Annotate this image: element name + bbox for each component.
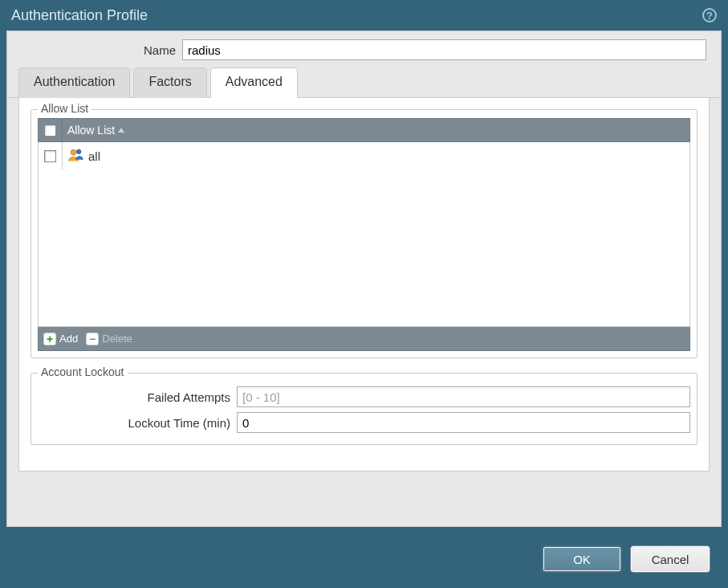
row-label: all — [88, 149, 100, 163]
allow-list-column-label: Allow List — [67, 124, 115, 137]
name-row: Name — [7, 31, 721, 67]
name-input[interactable] — [182, 39, 706, 60]
checkbox-icon[interactable] — [44, 125, 56, 137]
table-row[interactable]: all — [39, 142, 689, 169]
svg-point-0 — [71, 149, 76, 155]
delete-button[interactable]: − Delete — [86, 333, 132, 345]
ok-button[interactable]: OK — [542, 545, 622, 573]
dialog-title: Authentication Profile — [11, 7, 702, 24]
dialog-window: Authentication Profile ? Name Authentica… — [0, 0, 728, 588]
checkbox-icon[interactable] — [44, 150, 56, 162]
minus-icon: − — [86, 333, 99, 345]
help-icon[interactable]: ? — [702, 8, 717, 22]
failed-attempts-label: Failed Attempts — [38, 390, 237, 404]
sort-asc-icon — [118, 128, 124, 133]
tab-factors[interactable]: Factors — [133, 67, 206, 98]
select-all-cell[interactable] — [39, 119, 63, 141]
delete-label: Delete — [102, 333, 132, 345]
allow-list-table-header: Allow List — [38, 118, 690, 142]
tab-strip: Authentication Factors Advanced — [7, 67, 721, 98]
cancel-button[interactable]: Cancel — [630, 545, 710, 573]
dialog-footer: OK Cancel — [6, 537, 722, 582]
lockout-time-input[interactable] — [237, 412, 690, 433]
failed-attempts-row: Failed Attempts — [38, 386, 690, 407]
svg-point-1 — [77, 149, 81, 153]
allow-list-legend: Allow List — [38, 102, 92, 115]
tab-authentication[interactable]: Authentication — [18, 67, 130, 98]
users-icon — [67, 147, 83, 165]
add-label: Add — [59, 333, 78, 345]
add-button[interactable]: + Add — [43, 333, 78, 345]
allow-list-column-header[interactable]: Allow List — [63, 124, 124, 137]
tab-advanced[interactable]: Advanced — [210, 67, 298, 98]
row-select-cell[interactable] — [39, 142, 63, 169]
allow-list-table-body: all — [38, 142, 690, 327]
name-label: Name — [22, 43, 182, 57]
account-lockout-fieldset: Account Lockout Failed Attempts Lockout … — [31, 373, 697, 445]
allow-list-fieldset: Allow List Allow List — [31, 109, 697, 358]
tab-panel-advanced: Allow List Allow List — [18, 98, 710, 472]
lockout-time-row: Lockout Time (min) — [38, 412, 690, 433]
row-content: all — [63, 147, 100, 165]
plus-icon: + — [43, 333, 56, 345]
title-bar: Authentication Profile ? — [0, 0, 728, 31]
failed-attempts-input[interactable] — [237, 386, 690, 407]
allow-list-toolbar: + Add − Delete — [38, 327, 690, 351]
dialog-body: Name Authentication Factors Advanced All… — [6, 31, 722, 527]
lockout-time-label: Lockout Time (min) — [38, 416, 237, 430]
account-lockout-legend: Account Lockout — [38, 365, 128, 378]
